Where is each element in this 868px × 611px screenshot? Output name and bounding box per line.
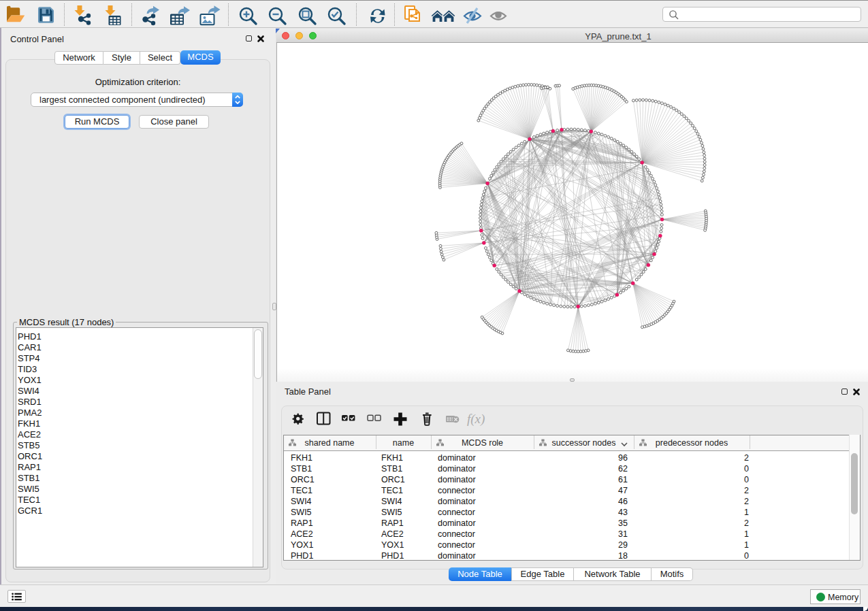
svg-text:f(x): f(x) — [467, 412, 485, 427]
